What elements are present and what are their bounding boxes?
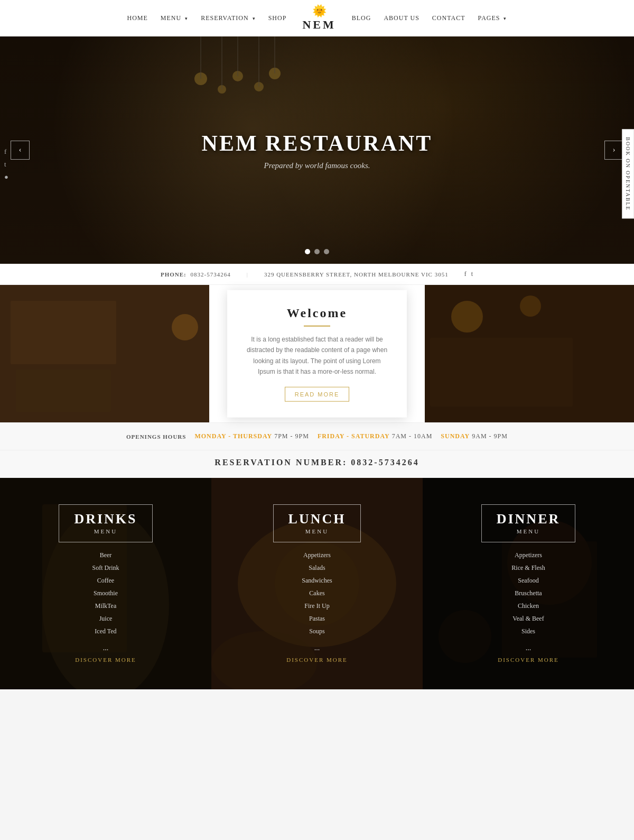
hours-fri-sat-label: FRIDAY - SATURDAY (318, 432, 390, 440)
info-bar: PHONE: 0832-5734264 | 329 QUEENSBERRY ST… (0, 264, 634, 285)
navbar: HOME MENU ▾ RESERVATION ▾ SHOP 🌞 NEM BLO… (0, 0, 634, 36)
drinks-subtitle: MENU (74, 528, 137, 534)
dinner-item-1: Appetizers (481, 549, 576, 561)
welcome-image-right (425, 285, 634, 422)
svg-rect-17 (430, 338, 573, 407)
hero-dots (305, 249, 329, 254)
lunch-title-box: LUNCH MENU (273, 504, 361, 542)
svg-rect-11 (11, 301, 116, 364)
drinks-item-6: Juice (59, 612, 152, 625)
phone-number: 0832-5734264 (191, 271, 231, 278)
drinks-items: Beer Soft Drink Coffee Smoothie MilkTea … (59, 549, 152, 638)
hours-sun-time: 9AM - 9PM (472, 432, 508, 440)
hero-prev-arrow[interactable]: ‹ (11, 141, 30, 160)
address-text: 329 QUEENSBERRY STREET, NORTH MELBOURNE … (264, 271, 449, 278)
nav-pages[interactable]: PAGES ▾ (478, 14, 507, 22)
menu-section: DRINKS MENU Beer Soft Drink Coffee Smoot… (0, 478, 634, 689)
menu-dropdown-arrow: ▾ (185, 16, 188, 21)
svg-point-15 (451, 301, 483, 333)
nav-reservation[interactable]: RESERVATION ▾ (201, 14, 256, 22)
info-social-links: f t (464, 270, 473, 278)
hours-fri-sat: FRIDAY - SATURDAY 7AM - 10AM (318, 432, 432, 440)
reservation-dropdown-arrow: ▾ (253, 16, 256, 21)
nav-home[interactable]: HOME (127, 14, 148, 22)
twitter-icon[interactable]: t (4, 160, 8, 169)
hero-dot-3[interactable] (324, 249, 329, 254)
lunch-item-7: Soups (273, 625, 361, 638)
dinner-subtitle: MENU (497, 528, 561, 534)
lunch-item-6: Pastas (273, 612, 361, 625)
read-more-button[interactable]: READ MORE (285, 386, 350, 401)
welcome-text: It is a long established fact that a rea… (246, 334, 388, 377)
lunch-content: LUNCH MENU Appetizers Salads Sandwiches … (263, 494, 372, 673)
lunch-title: LUNCH (288, 511, 346, 527)
drinks-item-3: Coffee (59, 574, 152, 587)
lunch-items: Appetizers Salads Sandwiches Cakes Fire … (273, 549, 361, 638)
right-interior-decoration (425, 285, 634, 422)
left-interior-decoration (0, 285, 209, 422)
reservation-text: RESERVATION NUMBER: 0832-5734264 (215, 458, 419, 467)
hero-content: NEM RESTAURANT Prepared by world famous … (202, 131, 433, 170)
logo-icon: 🌞 (312, 4, 327, 18)
dinner-discover-button[interactable]: DISCOVER MORE (481, 657, 576, 663)
menu-card-drinks: DRINKS MENU Beer Soft Drink Coffee Smoot… (0, 478, 211, 689)
drinks-more-dots: ... (59, 644, 152, 652)
dinner-items: Appetizers Rice & Flesh Seafood Bruschet… (481, 549, 576, 638)
phone-label: PHONE: 0832-5734264 (161, 271, 231, 278)
welcome-section: Welcome It is a long established fact th… (0, 285, 634, 422)
lunch-discover-button[interactable]: DISCOVER MORE (273, 657, 361, 663)
dinner-item-7: Sides (481, 625, 576, 638)
book-opentable-wrapper: BOOK ON OPENTABLE (545, 174, 634, 186)
info-separator: | (247, 271, 248, 278)
phone-label-text: PHONE: (161, 271, 187, 278)
lunch-item-2: Salads (273, 561, 361, 574)
hours-mon-thu-label: MONDAY - THURSDAY (194, 432, 272, 440)
drinks-discover-button[interactable]: DISCOVER MORE (59, 657, 152, 663)
drinks-item-5: MilkTea (59, 599, 152, 612)
dinner-item-2: Rice & Flesh (481, 561, 576, 574)
dinner-content: DINNER MENU Appetizers Rice & Flesh Seaf… (471, 494, 586, 673)
hours-sun: SUNDAY 9AM - 9PM (441, 432, 508, 440)
hero-dot-1[interactable] (305, 249, 310, 254)
facebook-icon[interactable]: f (4, 147, 8, 156)
lunch-item-5: Fire It Up (273, 599, 361, 612)
hours-mon-thu-time: 7PM - 9PM (274, 432, 309, 440)
hours-bar: OPENINGS HOURS MONDAY - THURSDAY 7PM - 9… (0, 422, 634, 450)
welcome-title: Welcome (246, 306, 388, 320)
book-opentable-button[interactable]: BOOK ON OPENTABLE (622, 129, 634, 218)
drinks-item-2: Soft Drink (59, 561, 152, 574)
hours-fri-sat-time: 7AM - 10AM (392, 432, 433, 440)
hero-subtitle: Prepared by world famous cooks. (202, 161, 433, 170)
welcome-image-left (0, 285, 209, 422)
info-twitter-icon[interactable]: t (471, 270, 473, 278)
dinner-item-3: Seafood (481, 574, 576, 587)
dinner-more-dots: ... (481, 644, 576, 652)
lunch-subtitle: MENU (288, 528, 346, 534)
nav-about[interactable]: ABOUT US (384, 14, 419, 22)
welcome-divider (304, 326, 330, 327)
svg-rect-12 (16, 370, 111, 412)
hero-next-arrow[interactable]: › (604, 141, 623, 160)
nav-shop[interactable]: SHOP (268, 14, 287, 22)
nav-menu[interactable]: MENU ▾ (161, 14, 188, 22)
dinner-item-5: Chicken (481, 599, 576, 612)
drinks-item-4: Smoothie (59, 587, 152, 599)
instagram-icon[interactable]: ● (4, 173, 8, 181)
lunch-more-dots: ... (273, 644, 361, 652)
social-sidebar: f t ● (0, 142, 13, 187)
site-logo[interactable]: 🌞 NEM (302, 4, 335, 32)
hero-dot-2[interactable] (314, 249, 320, 254)
info-facebook-icon[interactable]: f (464, 270, 467, 278)
nav-contact[interactable]: CONTACT (432, 14, 465, 22)
menu-card-dinner: DINNER MENU Appetizers Rice & Flesh Seaf… (423, 478, 634, 689)
drinks-item-1: Beer (59, 549, 152, 561)
hours-mon-thu: MONDAY - THURSDAY 7PM - 9PM (194, 432, 309, 440)
hero-section: f t ● NEM RESTAURANT Prepared by world f… (0, 36, 634, 264)
nav-blog[interactable]: BLOG (352, 14, 371, 22)
dinner-item-4: Bruschetta (481, 587, 576, 599)
hours-sun-label: SUNDAY (441, 432, 470, 440)
reservation-bar: RESERVATION NUMBER: 0832-5734264 (0, 450, 634, 478)
lunch-item-3: Sandwiches (273, 574, 361, 587)
pages-dropdown-arrow: ▾ (504, 16, 507, 21)
hours-label: OPENINGS HOURS (126, 433, 186, 440)
